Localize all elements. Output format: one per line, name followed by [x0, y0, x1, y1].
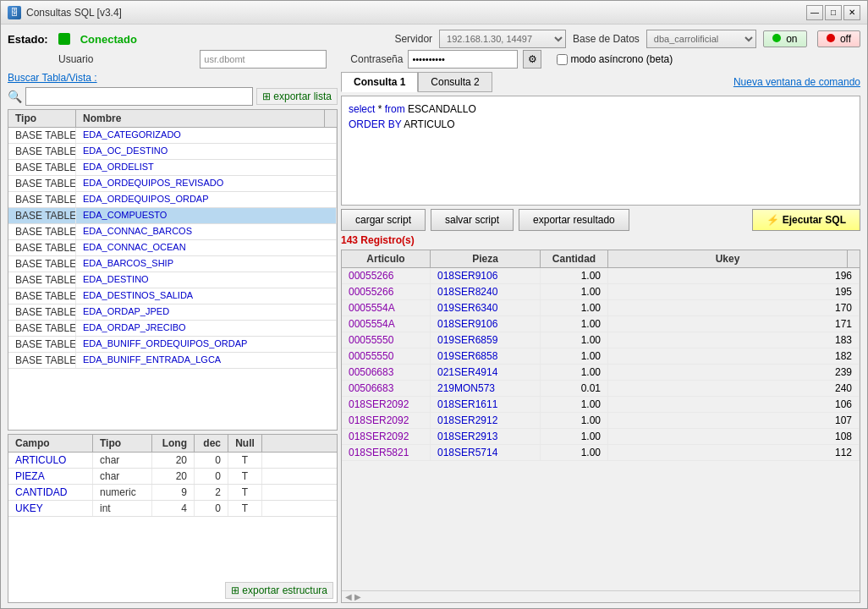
field-row[interactable]: PIEZA char 20 0 T: [8, 469, 337, 485]
tipo-cell: BASE TABLE: [8, 224, 76, 239]
dec-header: dec: [195, 435, 228, 452]
export-struct-button[interactable]: ⊞ exportar estructura: [225, 582, 333, 599]
right-panel: Consulta 1Consulta 2 Nueva ventana de co…: [341, 72, 860, 603]
usuario-input[interactable]: [200, 50, 327, 69]
result-row[interactable]: 0005554A 018SER9106 1.00 171: [342, 316, 860, 332]
table-row[interactable]: BASE TABLEEDA_CATEGORIZADO: [8, 128, 337, 144]
articulo-cell: 0005554A: [342, 316, 431, 332]
tipo2-cell: numeric: [93, 485, 152, 500]
table-row[interactable]: BASE TABLEEDA_ORDAP_JPED: [8, 304, 337, 321]
result-row[interactable]: 00506683 021SER4914 1.00 239: [342, 365, 860, 381]
result-row[interactable]: 018SER2092 018SER2912 1.00 107: [342, 413, 860, 429]
gear-button[interactable]: ⚙: [523, 50, 541, 69]
pieza-cell: 019SER6340: [431, 300, 541, 315]
async-checkbox[interactable]: [557, 54, 568, 65]
result-row[interactable]: 00055266 018SER9106 1.00 196: [342, 268, 860, 284]
tables-body: BASE TABLEEDA_CATEGORIZADOBASE TABLEEDA_…: [8, 128, 337, 430]
horizontal-scrollbar[interactable]: ◀ ▶: [342, 590, 860, 602]
ejecutar-sql-label: Ejecutar SQL: [783, 214, 846, 226]
ukey-cell: 239: [608, 365, 860, 380]
long-cell: 20: [152, 453, 195, 468]
result-row[interactable]: 00055266 018SER8240 1.00 195: [342, 284, 860, 300]
base-datos-select[interactable]: dba_carrolificial: [646, 30, 756, 48]
tipo2-cell: char: [93, 453, 152, 468]
table-row[interactable]: BASE TABLEEDA_BUNIFF_ENTRADA_LGCA: [8, 353, 337, 369]
title-bar-text: Consultas SQL [v3.4]: [26, 7, 122, 19]
search-input[interactable]: [25, 87, 253, 106]
contrasena-input[interactable]: [408, 50, 518, 69]
table-row[interactable]: BASE TABLEEDA_ORDEQUIPOS_ORDAP: [8, 192, 337, 208]
main-window: 🗄 Consultas SQL [v3.4] — □ ✕ Estado: Con…: [0, 0, 868, 609]
cantidad-cell: 1.00: [541, 348, 608, 364]
salvar-script-button[interactable]: salvar script: [431, 209, 514, 231]
ukey-cell: 183: [608, 332, 860, 348]
exportar-resultado-button[interactable]: exportar resultado: [519, 209, 629, 231]
tabs: Consulta 1Consulta 2: [341, 72, 492, 92]
left-panel: Buscar Tabla/Vista : 🔍 ⊞ exportar lista …: [8, 72, 338, 603]
field-row[interactable]: UKEY int 4 0 T: [8, 501, 337, 517]
tipo-header: Tipo: [8, 110, 76, 127]
on-button[interactable]: on: [763, 30, 807, 47]
search-bar: 🔍 ⊞ exportar lista: [8, 87, 338, 106]
cantidad-cell: 1.00: [541, 445, 608, 460]
null-header: Null: [228, 435, 262, 452]
ejecutar-sql-button[interactable]: ⚡ Ejecutar SQL: [752, 209, 860, 231]
off-button[interactable]: off: [817, 30, 860, 47]
tipo-cell: BASE TABLE: [8, 304, 76, 320]
ukey-cell: 195: [608, 284, 860, 299]
table-row[interactable]: BASE TABLEEDA_ORDELIST: [8, 160, 337, 176]
tab-2[interactable]: Consulta 2: [418, 72, 492, 92]
table-row[interactable]: BASE TABLEEDA_OC_DESTINO: [8, 144, 337, 160]
results-count: 143 Registro(s): [341, 234, 860, 246]
nombre-header: Nombre: [76, 110, 325, 127]
result-row[interactable]: 00055550 019SER6859 1.00 183: [342, 332, 860, 348]
field-row[interactable]: ARTICULO char 20 0 T: [8, 453, 337, 469]
table-row[interactable]: BASE TABLEEDA_DESTINOS_SALIDA: [8, 288, 337, 304]
results-th-cantidad: Cantidad: [541, 250, 608, 267]
buscar-link[interactable]: Buscar Tabla/Vista :: [8, 72, 97, 84]
tipo-cell: BASE TABLE: [8, 256, 76, 272]
table-row[interactable]: BASE TABLEEDA_CONNAC_OCEAN: [8, 240, 337, 256]
cantidad-cell: 1.00: [541, 397, 608, 412]
table-row[interactable]: BASE TABLEEDA_ORDEQUIPOS_REVISADO: [8, 176, 337, 192]
result-row[interactable]: 018SER2092 018SER1611 1.00 106: [342, 397, 860, 413]
result-row[interactable]: 0005554A 019SER6340 1.00 170: [342, 300, 860, 316]
main-content: Estado: Conectado Servidor 192.168.1.30,…: [1, 25, 867, 608]
app-icon: 🗄: [8, 6, 21, 19]
close-button[interactable]: ✕: [843, 5, 860, 20]
nombre-cell: EDA_BUNIFF_ORDEQUIPOS_ORDAP: [76, 337, 337, 352]
dec-cell: 0: [195, 501, 228, 516]
async-section: modo asíncrono (beta): [557, 53, 673, 65]
long-cell: 4: [152, 501, 195, 516]
table-row[interactable]: BASE TABLEEDA_DESTINO: [8, 272, 337, 288]
maximize-button[interactable]: □: [825, 5, 842, 20]
tables-header: Tipo Nombre: [8, 110, 337, 128]
table-row[interactable]: BASE TABLEEDA_COMPUESTO: [8, 208, 337, 224]
on-label: on: [786, 33, 797, 45]
articulo-cell: 00055266: [342, 284, 431, 299]
result-row[interactable]: 018SER2092 018SER2913 1.00 108: [342, 429, 860, 445]
table-row[interactable]: BASE TABLEEDA_CONNAC_BARCOS: [8, 224, 337, 240]
table-row[interactable]: BASE TABLEEDA_ORDAP_JRECIBO: [8, 321, 337, 337]
pieza-cell: 018SER1611: [431, 397, 541, 412]
sql-keyword-from: from: [385, 103, 405, 115]
minimize-button[interactable]: —: [806, 5, 823, 20]
sql-editor[interactable]: select * from ESCANDALLO ORDER BY ARTICU…: [341, 96, 860, 206]
result-row[interactable]: 00506683 219MON573 0.01 240: [342, 381, 860, 397]
pieza-cell: 021SER4914: [431, 365, 541, 380]
cargar-script-button[interactable]: cargar script: [341, 209, 426, 231]
results-th-pieza: Pieza: [431, 250, 541, 267]
campo-header: Campo: [8, 435, 93, 452]
pieza-cell: 019SER6858: [431, 348, 541, 364]
export-list-button[interactable]: ⊞ exportar lista: [256, 88, 338, 105]
tipo2-cell: int: [93, 501, 152, 516]
table-row[interactable]: BASE TABLEEDA_BUNIFF_ORDEQUIPOS_ORDAP: [8, 337, 337, 353]
field-row[interactable]: CANTIDAD numeric 9 2 T: [8, 485, 337, 501]
table-row[interactable]: BASE TABLEEDA_BARCOS_SHIP: [8, 256, 337, 272]
result-row[interactable]: 00055550 019SER6858 1.00 182: [342, 348, 860, 365]
nueva-ventana-link[interactable]: Nueva ventana de comando: [733, 76, 860, 88]
tab-1[interactable]: Consulta 1: [341, 72, 418, 92]
result-row[interactable]: 018SER5821 018SER5714 1.00 112: [342, 445, 860, 461]
tipo-cell: BASE TABLE: [8, 353, 76, 368]
servidor-select[interactable]: 192.168.1.30, 14497: [439, 30, 566, 48]
